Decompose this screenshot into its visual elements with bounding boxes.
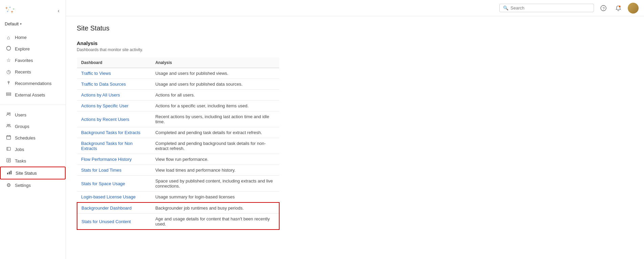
user-avatar-button[interactable] bbox=[628, 3, 639, 14]
sidebar-item-recents[interactable]: ◷ Recents bbox=[0, 66, 66, 78]
svg-point-12 bbox=[9, 113, 10, 114]
topbar: 🔍 ? bbox=[66, 0, 644, 16]
main-content: 🔍 ? Site Status Analysis Dashboards that… bbox=[66, 0, 644, 259]
sidebar-item-site-status[interactable]: Site Status bbox=[0, 167, 66, 179]
analysis-section: Analysis Dashboards that monitor site ac… bbox=[77, 40, 633, 230]
sidebar-item-jobs[interactable]: Jobs bbox=[0, 144, 66, 155]
table-row: Actions by Specific UserActions for a sp… bbox=[77, 101, 279, 111]
sidebar: + + + + + + ‹ Default ▾ ⌂ Home Explore ☆… bbox=[0, 0, 66, 259]
table-row: Stats for Load TimesView load times and … bbox=[77, 165, 279, 176]
sidebar-item-external-assets[interactable]: External Assets bbox=[0, 89, 66, 101]
svg-text:+: + bbox=[13, 7, 15, 11]
site-selector-label: Default bbox=[5, 21, 19, 26]
col-analysis-header: Analysis bbox=[151, 58, 279, 68]
sidebar-item-tasks-label: Tasks bbox=[15, 158, 26, 164]
sidebar-item-favorites[interactable]: ☆ Favorites bbox=[0, 55, 66, 66]
site-selector-chevron-icon: ▾ bbox=[20, 22, 22, 26]
search-icon: 🔍 bbox=[503, 5, 508, 10]
svg-rect-27 bbox=[10, 171, 11, 174]
svg-text:?: ? bbox=[603, 6, 605, 10]
sidebar-item-explore[interactable]: Explore bbox=[0, 43, 66, 55]
site-selector[interactable]: Default ▾ bbox=[0, 20, 66, 30]
sidebar-item-groups-label: Groups bbox=[15, 124, 29, 129]
svg-text:+: + bbox=[8, 8, 9, 12]
site-status-icon bbox=[6, 170, 12, 176]
dashboard-link[interactable]: Flow Performance History bbox=[77, 154, 151, 165]
sidebar-item-jobs-label: Jobs bbox=[15, 147, 24, 152]
analysis-text: Completed and pending background task de… bbox=[151, 138, 279, 154]
svg-point-14 bbox=[9, 124, 10, 126]
nav-section-primary: ⌂ Home Explore ☆ Favorites ◷ Recents Rec… bbox=[0, 30, 66, 102]
app-logo: + + + + + + bbox=[5, 4, 17, 17]
sidebar-item-users[interactable]: Users bbox=[0, 109, 66, 121]
analysis-text: Actions for a specific user, including i… bbox=[151, 101, 279, 111]
table-row: Backgrounder DashboardBackgrounder job r… bbox=[77, 202, 279, 214]
svg-point-11 bbox=[7, 113, 8, 114]
sidebar-divider bbox=[0, 105, 66, 105]
search-input[interactable] bbox=[510, 5, 590, 10]
dashboard-link[interactable]: Backgrounder Dashboard bbox=[77, 202, 151, 214]
sidebar-item-recommendations-label: Recommendations bbox=[15, 81, 51, 86]
table-row: Traffic to Data SourcesUsage and users f… bbox=[77, 79, 279, 90]
help-button[interactable]: ? bbox=[598, 3, 609, 14]
table-row: Background Tasks for ExtractsCompleted a… bbox=[77, 127, 279, 138]
search-box[interactable]: 🔍 bbox=[499, 4, 594, 12]
sidebar-item-favorites-label: Favorites bbox=[15, 58, 33, 63]
sidebar-item-recommendations[interactable]: Recommendations bbox=[0, 78, 66, 89]
analysis-text: Space used by published content, includi… bbox=[151, 176, 279, 192]
analysis-text: Age and usage details for content that h… bbox=[151, 214, 279, 230]
dashboard-link[interactable]: Actions by All Users bbox=[77, 90, 151, 101]
page-content-area: Site Status Analysis Dashboards that mon… bbox=[66, 16, 644, 259]
sidebar-header: + + + + + + ‹ bbox=[0, 0, 66, 20]
sidebar-item-users-label: Users bbox=[15, 112, 26, 117]
sidebar-item-home[interactable]: ⌂ Home bbox=[0, 32, 66, 43]
table-row: Traffic to ViewsUsage and users for publ… bbox=[77, 68, 279, 79]
section-title: Analysis bbox=[77, 40, 633, 46]
analysis-text: Backgrounder job runtimes and busy perio… bbox=[151, 202, 279, 214]
svg-rect-19 bbox=[7, 147, 10, 150]
sidebar-item-explore-label: Explore bbox=[15, 46, 30, 51]
favorites-icon: ☆ bbox=[5, 57, 11, 63]
groups-icon bbox=[5, 123, 11, 129]
table-row: Actions by All UsersActions for all user… bbox=[77, 90, 279, 101]
table-row: Stats for Space UsageSpace used by publi… bbox=[77, 176, 279, 192]
analysis-text: View load times and performance history. bbox=[151, 165, 279, 176]
dashboard-link[interactable]: Actions by Specific User bbox=[77, 101, 151, 111]
sidebar-item-tasks[interactable]: Tasks bbox=[0, 155, 66, 167]
table-row: Login-based License UsageUsage summary f… bbox=[77, 192, 279, 203]
analysis-text: Usage and users for published data sourc… bbox=[151, 79, 279, 90]
sidebar-item-groups[interactable]: Groups bbox=[0, 121, 66, 132]
dashboard-link[interactable]: Login-based License Usage bbox=[77, 192, 151, 203]
col-dashboard-header: Dashboard bbox=[77, 58, 151, 68]
svg-rect-10 bbox=[6, 94, 11, 95]
dashboard-link[interactable]: Stats for Space Usage bbox=[77, 176, 151, 192]
page-title: Site Status bbox=[77, 24, 633, 32]
notifications-button[interactable] bbox=[613, 3, 624, 14]
svg-point-30 bbox=[619, 5, 621, 7]
svg-point-7 bbox=[8, 81, 9, 83]
recents-icon: ◷ bbox=[5, 69, 11, 75]
table-row: Flow Performance HistoryView flow run pe… bbox=[77, 154, 279, 165]
dashboard-link[interactable]: Actions by Recent Users bbox=[77, 111, 151, 127]
dashboard-link[interactable]: Traffic to Data Sources bbox=[77, 79, 151, 90]
sidebar-item-schedules[interactable]: Schedules bbox=[0, 132, 66, 144]
dashboard-link[interactable]: Stats for Load Times bbox=[77, 165, 151, 176]
avatar bbox=[628, 3, 639, 14]
analysis-text: Actions for all users. bbox=[151, 90, 279, 101]
explore-icon bbox=[5, 46, 11, 52]
dashboard-link[interactable]: Background Tasks for Non Extracts bbox=[77, 138, 151, 154]
sidebar-item-settings[interactable]: ⚙ Settings bbox=[0, 179, 66, 191]
analysis-text: Usage summary for login-based licenses bbox=[151, 192, 279, 203]
dashboard-link[interactable]: Stats for Unused Content bbox=[77, 214, 151, 230]
dashboard-link[interactable]: Background Tasks for Extracts bbox=[77, 127, 151, 138]
svg-point-6 bbox=[6, 46, 10, 50]
settings-icon: ⚙ bbox=[5, 182, 11, 188]
dashboard-link[interactable]: Traffic to Views bbox=[77, 68, 151, 79]
analysis-text: Completed and pending task details for e… bbox=[151, 127, 279, 138]
sidebar-collapse-button[interactable]: ‹ bbox=[56, 6, 61, 15]
table-row: Background Tasks for Non ExtractsComplet… bbox=[77, 138, 279, 154]
jobs-icon bbox=[5, 146, 11, 152]
svg-rect-26 bbox=[9, 172, 10, 174]
schedules-icon bbox=[5, 135, 11, 141]
table-row: Stats for Unused ContentAge and usage de… bbox=[77, 214, 279, 230]
